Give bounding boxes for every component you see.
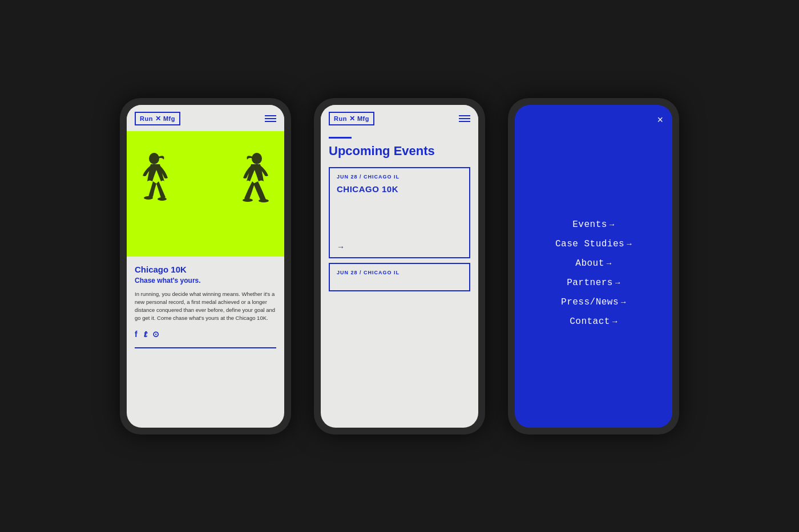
- hamburger-line: [459, 118, 470, 119]
- nav-item-case-studies[interactable]: Case Studies→: [555, 239, 632, 249]
- phone-2-header: Run ✕ Mfg: [321, 105, 478, 131]
- facebook-icon[interactable]: f: [135, 330, 138, 339]
- nav-item-events[interactable]: Events→: [572, 220, 615, 230]
- instagram-icon[interactable]: ⊙: [152, 330, 159, 339]
- logo-run-1: Run: [140, 115, 153, 122]
- nav-item-about[interactable]: About→: [575, 258, 611, 269]
- event-card-2[interactable]: JUN 28 / CHICAGO IL: [329, 263, 470, 291]
- hero-image: [127, 131, 284, 257]
- phone-1-content: Chicago 10K Chase what's yours. In runni…: [127, 257, 284, 354]
- logo-x-2: ✕: [349, 115, 355, 123]
- phone-3-screen: × Events→ Case Studies→ About→ Partners→…: [515, 105, 672, 428]
- svg-point-2: [158, 197, 167, 201]
- phone-2-content: Upcoming Events JUN 28 / CHICAGO IL CHIC…: [321, 131, 478, 302]
- nav-label-contact: Contact: [570, 316, 610, 327]
- event-2-date: JUN 28 / CHICAGO IL: [337, 270, 462, 275]
- runner-left: [130, 143, 192, 257]
- nav-arrow-press-news: →: [621, 298, 626, 307]
- logo-box-1[interactable]: Run ✕ Mfg: [135, 112, 180, 125]
- nav-label-partners: Partners: [567, 278, 613, 288]
- phone-3: × Events→ Case Studies→ About→ Partners→…: [508, 98, 679, 434]
- hamburger-line: [459, 121, 470, 122]
- nav-item-press-news[interactable]: Press/News→: [561, 297, 626, 307]
- p1-event-subtitle: Chase what's yours.: [135, 277, 276, 285]
- hamburger-line: [265, 115, 276, 116]
- logo-mfg-2: Mfg: [357, 115, 369, 122]
- event-1-name: CHICAGO 10K: [337, 184, 462, 194]
- accent-line: [329, 137, 352, 139]
- nav-arrow-case-studies: →: [627, 239, 632, 249]
- nav-arrow-events: →: [610, 220, 615, 229]
- svg-point-4: [259, 199, 269, 202]
- nav-item-contact[interactable]: Contact→: [570, 316, 618, 327]
- event-card-1[interactable]: JUN 28 / CHICAGO IL CHICAGO 10K →: [329, 167, 470, 258]
- nav-label-events: Events: [572, 220, 607, 230]
- logo-mfg-1: Mfg: [163, 115, 175, 122]
- phone-1-screen: Run ✕ Mfg: [127, 105, 284, 428]
- logo-x-1: ✕: [155, 115, 161, 123]
- svg-point-3: [252, 153, 262, 164]
- hamburger-line: [459, 115, 470, 116]
- nav-item-partners[interactable]: Partners→: [567, 278, 620, 288]
- svg-point-1: [144, 196, 153, 200]
- twitter-icon[interactable]: 𝕥: [143, 330, 147, 339]
- hamburger-menu-1[interactable]: [265, 115, 276, 122]
- svg-point-0: [149, 153, 159, 164]
- nav-arrow-contact: →: [612, 317, 618, 326]
- hamburger-line: [265, 118, 276, 119]
- event-1-arrow: →: [337, 242, 462, 251]
- navigation-menu: Events→ Case Studies→ About→ Partners→ P…: [515, 126, 672, 420]
- nav-arrow-partners: →: [615, 278, 620, 287]
- p1-event-title: Chicago 10K: [135, 265, 276, 274]
- logo-run-2: Run: [334, 115, 347, 122]
- svg-point-5: [243, 198, 253, 202]
- hero-background: [127, 131, 284, 257]
- hamburger-menu-2[interactable]: [459, 115, 470, 122]
- p1-event-body: In running, you decide what winning mean…: [135, 290, 276, 323]
- phone-2-screen: Run ✕ Mfg Upcoming Events JUN 28 / CHICA…: [321, 105, 478, 428]
- p1-bottom-divider: [135, 347, 276, 348]
- social-links: f 𝕥 ⊙: [135, 330, 276, 339]
- phone-3-header: ×: [515, 105, 672, 126]
- logo-box-2[interactable]: Run ✕ Mfg: [329, 112, 374, 125]
- event-1-date: JUN 28 / CHICAGO IL: [337, 174, 462, 180]
- nav-label-press-news: Press/News: [561, 297, 619, 307]
- close-menu-icon[interactable]: ×: [657, 114, 663, 126]
- phone-1-header: Run ✕ Mfg: [127, 105, 284, 131]
- runner-right: [219, 143, 281, 257]
- nav-label-about: About: [575, 258, 604, 269]
- nav-label-case-studies: Case Studies: [555, 239, 624, 249]
- events-heading: Upcoming Events: [329, 144, 470, 158]
- hamburger-line: [265, 121, 276, 122]
- phone-2: Run ✕ Mfg Upcoming Events JUN 28 / CHICA…: [314, 98, 485, 434]
- nav-arrow-about: →: [607, 259, 612, 268]
- phone-1: Run ✕ Mfg: [120, 98, 291, 434]
